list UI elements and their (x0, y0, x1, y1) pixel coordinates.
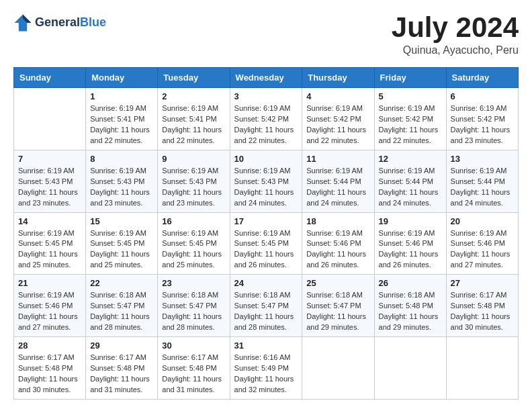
calendar-cell: 5Sunrise: 6:19 AM Sunset: 5:42 PM Daylig… (374, 88, 446, 150)
day-number: 31 (234, 340, 298, 351)
day-info: Sunrise: 6:19 AM Sunset: 5:42 PM Dayligh… (234, 103, 298, 146)
calendar-cell: 9Sunrise: 6:19 AM Sunset: 5:43 PM Daylig… (158, 150, 230, 212)
day-info: Sunrise: 6:17 AM Sunset: 5:48 PM Dayligh… (90, 353, 153, 396)
day-number: 8 (90, 154, 153, 164)
day-info: Sunrise: 6:19 AM Sunset: 5:43 PM Dayligh… (162, 166, 225, 209)
day-info: Sunrise: 6:17 AM Sunset: 5:48 PM Dayligh… (451, 290, 514, 333)
location: Quinua, Ayacucho, Peru (392, 44, 519, 56)
day-of-week-header: Monday (86, 68, 158, 88)
day-info: Sunrise: 6:18 AM Sunset: 5:47 PM Dayligh… (306, 290, 369, 333)
calendar-cell (14, 88, 86, 150)
day-number: 17 (234, 216, 298, 226)
day-info: Sunrise: 6:19 AM Sunset: 5:45 PM Dayligh… (90, 228, 153, 271)
calendar-cell: 1Sunrise: 6:19 AM Sunset: 5:41 PM Daylig… (86, 88, 158, 150)
calendar-cell: 23Sunrise: 6:18 AM Sunset: 5:47 PM Dayli… (158, 275, 230, 337)
logo-general: General (35, 16, 80, 30)
day-info: Sunrise: 6:18 AM Sunset: 5:47 PM Dayligh… (90, 290, 153, 333)
day-number: 12 (379, 154, 442, 164)
calendar-cell: 10Sunrise: 6:19 AM Sunset: 5:43 PM Dayli… (230, 150, 302, 212)
day-number: 27 (451, 278, 514, 288)
calendar-cell: 8Sunrise: 6:19 AM Sunset: 5:43 PM Daylig… (86, 150, 158, 212)
day-number: 29 (90, 340, 153, 351)
day-number: 22 (90, 278, 153, 288)
day-number: 9 (162, 154, 225, 164)
calendar-cell: 26Sunrise: 6:18 AM Sunset: 5:48 PM Dayli… (374, 275, 446, 337)
page-header: General Blue July 2024 Quinua, Ayacucho,… (13, 13, 519, 56)
calendar-week-row: 28Sunrise: 6:17 AM Sunset: 5:48 PM Dayli… (14, 337, 519, 400)
calendar-cell: 3Sunrise: 6:19 AM Sunset: 5:42 PM Daylig… (230, 88, 302, 150)
day-info: Sunrise: 6:19 AM Sunset: 5:44 PM Dayligh… (379, 166, 442, 209)
day-info: Sunrise: 6:19 AM Sunset: 5:46 PM Dayligh… (379, 228, 442, 271)
day-info: Sunrise: 6:19 AM Sunset: 5:43 PM Dayligh… (234, 166, 298, 209)
day-of-week-header: Tuesday (158, 68, 230, 88)
calendar-cell: 14Sunrise: 6:19 AM Sunset: 5:45 PM Dayli… (14, 212, 86, 275)
day-info: Sunrise: 6:16 AM Sunset: 5:49 PM Dayligh… (234, 353, 298, 396)
calendar-cell (374, 337, 446, 400)
day-info: Sunrise: 6:18 AM Sunset: 5:47 PM Dayligh… (234, 290, 298, 333)
day-number: 19 (379, 216, 442, 226)
day-number: 2 (162, 91, 225, 101)
day-info: Sunrise: 6:19 AM Sunset: 5:42 PM Dayligh… (379, 103, 442, 146)
day-number: 26 (379, 278, 442, 288)
day-info: Sunrise: 6:18 AM Sunset: 5:47 PM Dayligh… (162, 290, 225, 333)
calendar-cell (302, 337, 374, 400)
month-title: July 2024 (392, 13, 519, 42)
day-of-week-header: Thursday (302, 68, 374, 88)
day-number: 25 (306, 278, 369, 288)
calendar-cell: 4Sunrise: 6:19 AM Sunset: 5:42 PM Daylig… (302, 88, 374, 150)
calendar-table: SundayMondayTuesdayWednesdayThursdayFrid… (13, 67, 519, 400)
day-info: Sunrise: 6:19 AM Sunset: 5:45 PM Dayligh… (162, 228, 225, 271)
calendar-cell: 28Sunrise: 6:17 AM Sunset: 5:48 PM Dayli… (14, 337, 86, 400)
title-section: July 2024 Quinua, Ayacucho, Peru (392, 13, 519, 56)
calendar-cell: 13Sunrise: 6:19 AM Sunset: 5:44 PM Dayli… (446, 150, 518, 212)
calendar-cell: 6Sunrise: 6:19 AM Sunset: 5:42 PM Daylig… (446, 88, 518, 150)
calendar-cell: 20Sunrise: 6:19 AM Sunset: 5:46 PM Dayli… (446, 212, 518, 275)
day-number: 13 (451, 154, 514, 164)
day-number: 5 (379, 91, 442, 101)
day-info: Sunrise: 6:19 AM Sunset: 5:44 PM Dayligh… (306, 166, 369, 209)
day-info: Sunrise: 6:17 AM Sunset: 5:48 PM Dayligh… (18, 353, 81, 396)
day-number: 23 (162, 278, 225, 288)
day-info: Sunrise: 6:19 AM Sunset: 5:46 PM Dayligh… (306, 228, 369, 271)
day-info: Sunrise: 6:19 AM Sunset: 5:43 PM Dayligh… (18, 166, 81, 209)
day-info: Sunrise: 6:19 AM Sunset: 5:42 PM Dayligh… (306, 103, 369, 146)
calendar-cell: 17Sunrise: 6:19 AM Sunset: 5:45 PM Dayli… (230, 212, 302, 275)
calendar-cell: 30Sunrise: 6:17 AM Sunset: 5:48 PM Dayli… (158, 337, 230, 400)
calendar-week-row: 1Sunrise: 6:19 AM Sunset: 5:41 PM Daylig… (14, 88, 519, 150)
calendar-cell: 12Sunrise: 6:19 AM Sunset: 5:44 PM Dayli… (374, 150, 446, 212)
day-info: Sunrise: 6:19 AM Sunset: 5:45 PM Dayligh… (234, 228, 298, 271)
calendar-cell: 19Sunrise: 6:19 AM Sunset: 5:46 PM Dayli… (374, 212, 446, 275)
day-number: 7 (18, 154, 81, 164)
day-number: 30 (162, 340, 225, 351)
calendar-cell: 18Sunrise: 6:19 AM Sunset: 5:46 PM Dayli… (302, 212, 374, 275)
day-info: Sunrise: 6:19 AM Sunset: 5:44 PM Dayligh… (451, 166, 514, 209)
day-number: 1 (90, 91, 153, 101)
day-number: 15 (90, 216, 153, 226)
day-of-week-header: Wednesday (230, 68, 302, 88)
day-number: 20 (451, 216, 514, 226)
logo-blue: Blue (80, 16, 106, 30)
day-number: 24 (234, 278, 298, 288)
day-of-week-header: Friday (374, 68, 446, 88)
calendar-cell: 7Sunrise: 6:19 AM Sunset: 5:43 PM Daylig… (14, 150, 86, 212)
day-info: Sunrise: 6:19 AM Sunset: 5:46 PM Dayligh… (451, 228, 514, 271)
calendar-cell: 31Sunrise: 6:16 AM Sunset: 5:49 PM Dayli… (230, 337, 302, 400)
day-number: 10 (234, 154, 298, 164)
calendar-week-row: 7Sunrise: 6:19 AM Sunset: 5:43 PM Daylig… (14, 150, 519, 212)
day-number: 4 (306, 91, 369, 101)
calendar-cell: 25Sunrise: 6:18 AM Sunset: 5:47 PM Dayli… (302, 275, 374, 337)
day-number: 28 (18, 340, 81, 351)
day-info: Sunrise: 6:19 AM Sunset: 5:41 PM Dayligh… (162, 103, 225, 146)
calendar-cell: 27Sunrise: 6:17 AM Sunset: 5:48 PM Dayli… (446, 275, 518, 337)
calendar-cell: 11Sunrise: 6:19 AM Sunset: 5:44 PM Dayli… (302, 150, 374, 212)
day-info: Sunrise: 6:19 AM Sunset: 5:46 PM Dayligh… (18, 290, 81, 333)
day-info: Sunrise: 6:19 AM Sunset: 5:41 PM Dayligh… (90, 103, 153, 146)
day-info: Sunrise: 6:18 AM Sunset: 5:48 PM Dayligh… (379, 290, 442, 333)
calendar-cell: 2Sunrise: 6:19 AM Sunset: 5:41 PM Daylig… (158, 88, 230, 150)
day-number: 14 (18, 216, 81, 226)
day-number: 3 (234, 91, 298, 101)
calendar-week-row: 21Sunrise: 6:19 AM Sunset: 5:46 PM Dayli… (14, 275, 519, 337)
calendar-cell (446, 337, 518, 400)
day-info: Sunrise: 6:19 AM Sunset: 5:42 PM Dayligh… (451, 103, 514, 146)
day-number: 16 (162, 216, 225, 226)
